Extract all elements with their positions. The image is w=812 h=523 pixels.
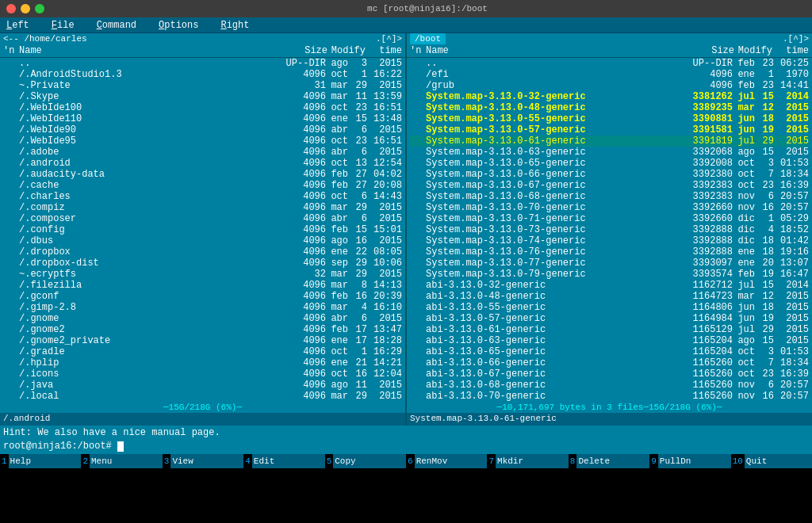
list-item[interactable]: System.map-3.13.0-63-generic3392068 ago …	[410, 147, 809, 158]
right-panel-arrow: .[^]>	[783, 34, 809, 44]
list-item[interactable]: /.java4096 ago 11 2015	[3, 380, 402, 391]
list-item[interactable]: ..UP--DIR feb 23 06:25	[410, 58, 809, 69]
menu-right[interactable]: Right	[217, 20, 252, 31]
list-item[interactable]: System.map-3.13.0-79-generic3393574 feb …	[410, 269, 809, 280]
list-item[interactable]: /.WebIde1004096 oct 23 16:51	[3, 102, 402, 113]
fkey-num: 4	[243, 456, 252, 466]
list-item[interactable]: /.adobe4096 abr 6 2015	[3, 147, 402, 158]
list-item[interactable]: abi-3.13.0-48-generic1164723 mar 12 2015	[410, 291, 809, 302]
list-item[interactable]: abi-3.13.0-66-generic1165260 oct 7 18:34	[410, 357, 809, 368]
list-item[interactable]: abi-3.13.0-67-generic1165260 oct 23 16:3…	[410, 368, 809, 380]
list-item[interactable]: /.gnome2_private4096 ene 17 18:28	[3, 335, 402, 346]
list-item[interactable]: System.map-3.13.0-66-generic3392380 oct …	[410, 169, 809, 180]
list-item[interactable]: /.composer4096 abr 6 2015	[3, 213, 402, 224]
left-col-time: time	[367, 45, 402, 56]
fkey-help[interactable]: 1Help	[0, 454, 81, 468]
minimize-icon[interactable]	[21, 4, 30, 13]
fkey-num: 1	[0, 456, 9, 466]
list-item[interactable]: /.filezilla4096 mar 8 14:13	[3, 280, 402, 291]
fkey-delete[interactable]: 8Delete	[569, 454, 649, 468]
list-item[interactable]: /.gnome24096 feb 17 13:47	[3, 324, 402, 335]
list-item[interactable]: /.compiz4096 mar 29 2015	[3, 202, 402, 213]
list-item[interactable]: /.Skype4096 mar 11 13:59	[3, 91, 402, 102]
fkey-num: 8	[569, 456, 577, 466]
list-item[interactable]: System.map-3.13.0-61-generic3391819 jul …	[410, 136, 809, 147]
list-item[interactable]: /.config4096 feb 15 15:01	[3, 224, 402, 235]
list-item[interactable]: /.cache4096 feb 27 20:08	[3, 180, 402, 191]
menu-command[interactable]: Command	[94, 20, 140, 31]
fkey-label: Quit	[745, 454, 812, 468]
menu-options[interactable]: Options	[155, 20, 201, 31]
fkey-renmov[interactable]: 6RenMov	[406, 454, 487, 468]
list-item[interactable]: System.map-3.13.0-65-generic3392008 oct …	[410, 158, 809, 169]
list-item[interactable]: /.WebIde954096 oct 23 16:51	[3, 136, 402, 147]
list-item[interactable]: /.audacity-data4096 feb 27 04:02	[3, 169, 402, 180]
list-item[interactable]: System.map-3.13.0-57-generic3391581 jun …	[410, 124, 809, 136]
list-item[interactable]: /.AndroidStudio1.34096 oct 1 16:22	[3, 69, 402, 80]
right-panel: /boot .[^]> 'n Name Size Modify time ..U…	[407, 33, 812, 426]
list-item[interactable]: System.map-3.13.0-77-generic3393097 ene …	[410, 258, 809, 269]
left-panel-header: <-- /home/carles .[^]>	[0, 33, 405, 44]
list-item[interactable]: /.dropbox-dist4096 sep 29 10:06	[3, 258, 402, 269]
list-item[interactable]: /.gimp-2.84096 mar 4 16:10	[3, 302, 402, 313]
list-item[interactable]: System.map-3.13.0-73-generic3392888 dic …	[410, 224, 809, 235]
list-item[interactable]: /.local4096 mar 29 2015	[3, 391, 402, 402]
fkey-copy[interactable]: 5Copy	[325, 454, 406, 468]
list-item[interactable]: /.gnome4096 abr 6 2015	[3, 313, 402, 324]
list-item[interactable]: System.map-3.13.0-55-generic3390881 jun …	[410, 113, 809, 124]
list-item[interactable]: abi-3.13.0-32-generic1162712 jul 15 2014	[410, 280, 809, 291]
list-item[interactable]: /.gradle4096 oct 1 16:29	[3, 346, 402, 357]
list-item[interactable]: /.charles4096 oct 6 14:43	[3, 191, 402, 202]
list-item[interactable]: abi-3.13.0-65-generic1165204 oct 3 01:53	[410, 346, 809, 357]
maximize-icon[interactable]	[35, 4, 44, 13]
fkey-label: Delete	[576, 454, 649, 468]
list-item[interactable]: abi-3.13.0-55-generic1164806 jun 18 2015	[410, 302, 809, 313]
fkey-pulldn[interactable]: 9PullDn	[649, 454, 730, 468]
list-item[interactable]: System.map-3.13.0-76-generic3392888 ene …	[410, 246, 809, 258]
cmd-bar[interactable]: root@ninja16:/boot#	[0, 440, 812, 454]
list-item[interactable]: abi-3.13.0-57-generic1164984 jun 19 2015	[410, 313, 809, 324]
list-item[interactable]: abi-3.13.0-61-generic1165129 jul 29 2015	[410, 324, 809, 335]
list-item[interactable]: ~.Private31 mar 29 2015	[3, 80, 402, 91]
fkey-label: Copy	[333, 454, 406, 468]
fkey-menu[interactable]: 2Menu	[81, 454, 162, 468]
list-item[interactable]: /.icons4096 oct 16 12:04	[3, 368, 402, 380]
fkey-num: 3	[163, 456, 171, 466]
fkey-edit[interactable]: 4Edit	[243, 454, 324, 468]
left-col-name: Name	[19, 45, 264, 56]
left-file-list: ..UP--DIR ago 3 2015/.AndroidStudio1.340…	[0, 58, 405, 402]
menu-left[interactable]: Left	[3, 20, 33, 31]
list-item[interactable]: System.map-3.13.0-74-generic3392888 dic …	[410, 235, 809, 246]
list-item[interactable]: System.map-3.13.0-32-generic3381262 jul …	[410, 91, 809, 102]
list-item[interactable]: System.map-3.13.0-70-generic3392660 nov …	[410, 202, 809, 213]
fkey-view[interactable]: 3View	[163, 454, 243, 468]
list-item[interactable]: /.dropbox4096 ene 22 08:05	[3, 246, 402, 258]
list-item[interactable]: System.map-3.13.0-68-generic3392383 nov …	[410, 191, 809, 202]
fkey-label: View	[170, 454, 243, 468]
fkey-quit[interactable]: 10Quit	[731, 454, 812, 468]
right-panel-path: /boot	[410, 33, 446, 44]
left-info-bar: ─ 15G/218G (6%) ─	[0, 402, 405, 413]
list-item[interactable]: /.android4096 oct 13 12:54	[3, 158, 402, 169]
list-item[interactable]: /efi4096 ene 1 1970	[410, 69, 809, 80]
right-panel-status: System.map-3.13.0-61-generic	[407, 413, 812, 426]
list-item[interactable]: /.gconf4096 feb 16 20:39	[3, 291, 402, 302]
list-item[interactable]: System.map-3.13.0-67-generic3392383 oct …	[410, 180, 809, 191]
list-item[interactable]: /.WebIde1104096 ene 15 13:48	[3, 113, 402, 124]
list-item[interactable]: /.hplip4096 ene 21 14:21	[3, 357, 402, 368]
list-item[interactable]: abi-3.13.0-68-generic1165260 nov 6 20:57	[410, 380, 809, 391]
list-item[interactable]: abi-3.13.0-63-generic1165204 ago 15 2015	[410, 335, 809, 346]
menu-file[interactable]: File	[48, 20, 78, 31]
list-item[interactable]: /grub4096 feb 23 14:41	[410, 80, 809, 91]
list-item[interactable]: System.map-3.13.0-71-generic3392660 dic …	[410, 213, 809, 224]
list-item[interactable]: /.WebIde904096 abr 6 2015	[3, 124, 402, 136]
close-icon[interactable]	[6, 4, 16, 13]
list-item[interactable]: ..UP--DIR ago 3 2015	[3, 58, 402, 69]
list-item[interactable]: System.map-3.13.0-48-generic3389235 mar …	[410, 102, 809, 113]
left-disk-info: 15G/218G (6%)	[169, 403, 237, 412]
list-item[interactable]: abi-3.13.0-70-generic1165260 nov 16 20:5…	[410, 391, 809, 402]
fkey-mkdir[interactable]: 7Mkdir	[487, 454, 568, 468]
list-item[interactable]: /.dbus4096 ago 16 2015	[3, 235, 402, 246]
list-item[interactable]: ~.ecryptfs32 mar 29 2015	[3, 269, 402, 280]
menubar: Left File Command Options Right	[0, 17, 812, 33]
